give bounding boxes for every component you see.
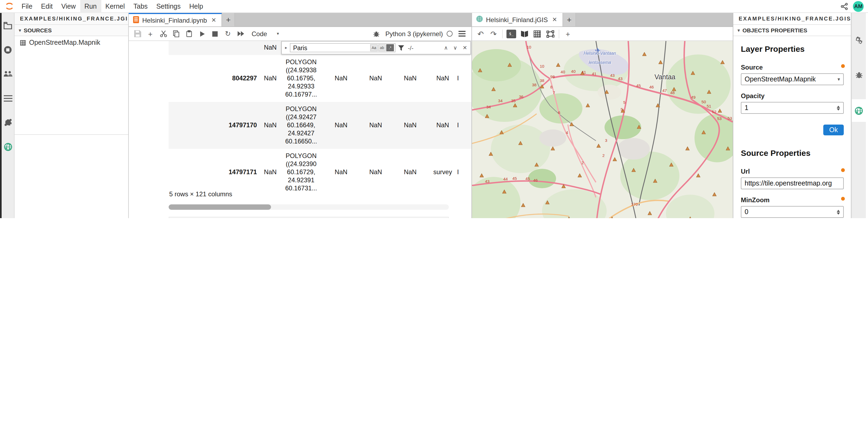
table-cell: NaN xyxy=(260,71,280,86)
cut-cells-button[interactable] xyxy=(158,28,168,39)
menu-item-kernel[interactable]: Kernel xyxy=(101,0,129,13)
menu-item-help[interactable]: Help xyxy=(185,0,207,13)
table-cell: NaN xyxy=(260,41,280,55)
jgis-tabbar: Helsinki_Finland.jGIS ✕ + xyxy=(472,13,733,27)
undo-icon[interactable]: ↶ xyxy=(475,28,486,39)
copy-cells-button[interactable] xyxy=(171,28,182,39)
close-search-icon[interactable]: ✕ xyxy=(463,45,467,51)
whole-word-icon[interactable]: ab xyxy=(378,44,386,51)
stop-kernel-button[interactable] xyxy=(210,28,220,39)
jgis-toolbar: ↶ ↷ $_ + xyxy=(472,27,733,41)
debugger-icon[interactable] xyxy=(371,28,382,39)
regex-icon[interactable]: .* xyxy=(386,44,394,51)
kernel-status-icon xyxy=(447,31,453,37)
tab-notebook[interactable]: Helsinki_Finland.ipynb ✕ xyxy=(129,13,222,26)
source-properties-title: Source Properties xyxy=(741,148,844,157)
table-cell: NaN xyxy=(429,118,456,133)
close-icon[interactable]: ✕ xyxy=(210,17,217,24)
table-horizontal-scrollbar[interactable] xyxy=(168,204,449,210)
collaborators-icon[interactable] xyxy=(3,69,13,79)
source-list-item[interactable]: OpenStreetMap.Mapnik xyxy=(14,36,128,49)
search-input[interactable]: Paris Aa ab .* xyxy=(290,43,396,52)
share-icon[interactable] xyxy=(840,2,848,10)
basemap-gallery-icon[interactable] xyxy=(519,28,530,39)
match-case-icon[interactable]: Aa xyxy=(370,44,378,51)
add-layer-button[interactable]: + xyxy=(562,28,573,39)
run-cell-button[interactable] xyxy=(197,28,208,39)
menu-item-edit[interactable]: Edit xyxy=(37,0,57,13)
jgis-properties-icon[interactable] xyxy=(854,106,864,115)
svg-text:50: 50 xyxy=(702,99,706,104)
left-sidebar-header: EXAMPLES/HIKING_FRANCE.JGIS xyxy=(14,13,128,25)
new-tab-button[interactable]: + xyxy=(563,13,576,26)
save-button[interactable] xyxy=(132,28,143,39)
jgis-panel-icon[interactable] xyxy=(3,142,13,151)
svg-text:45: 45 xyxy=(513,176,517,181)
jupyterlab-app: FileEditViewRunKernelTabsSettingsHelp AM… xyxy=(0,0,868,218)
previous-match-icon[interactable]: ∧ xyxy=(444,45,448,51)
svg-text:45: 45 xyxy=(636,83,641,88)
notebook-content[interactable]: ▸ Paris Aa ab .* -/- ∧ ∨ ✕ NaN60. xyxy=(129,41,471,218)
vector-polygon-icon[interactable] xyxy=(545,28,556,39)
running-sessions-icon[interactable] xyxy=(3,45,13,55)
menu-item-tabs[interactable]: Tabs xyxy=(129,0,152,13)
url-input[interactable]: https://tile.openstreetmap.org xyxy=(741,177,844,189)
source-select[interactable]: OpenStreetMap.Mapnik▾ xyxy=(741,73,844,85)
paste-cells-button[interactable] xyxy=(184,28,194,39)
table-cell: NaN xyxy=(391,71,429,86)
svg-text:3: 3 xyxy=(605,138,607,143)
menu-item-file[interactable]: File xyxy=(17,0,37,13)
objects-properties-header[interactable]: ▾ OBJECTS PROPERTIES xyxy=(733,25,851,36)
menu-item-settings[interactable]: Settings xyxy=(152,0,185,13)
raster-layer-icon[interactable] xyxy=(532,28,542,39)
extension-manager-icon[interactable] xyxy=(3,118,13,127)
property-inspector-icon[interactable] xyxy=(854,36,864,45)
kernel-name[interactable]: Python 3 (ipykernel) xyxy=(385,30,443,37)
jgis-map[interactable]: ✈ 10109838384040414143434546474849505152… xyxy=(472,41,733,218)
table-cell: 14797171 xyxy=(168,165,260,180)
svg-text:10: 10 xyxy=(540,64,545,68)
table-of-contents-icon[interactable] xyxy=(3,93,13,103)
redo-icon[interactable]: ↷ xyxy=(488,28,499,39)
cell-type-dropdown[interactable]: Code xyxy=(252,30,267,37)
svg-text:4: 4 xyxy=(566,130,568,135)
menu-item-view[interactable]: View xyxy=(57,0,80,13)
source-item-label: OpenStreetMap.Mapnik xyxy=(29,39,100,47)
minzoom-input[interactable]: 0 xyxy=(741,206,844,218)
close-icon[interactable]: ✕ xyxy=(551,16,558,23)
code-cell[interactable]: m = gdf.explore(tooltip=cols)ox.graph_to… xyxy=(168,217,449,218)
avatar[interactable]: AM xyxy=(853,1,864,11)
svg-text:35: 35 xyxy=(511,98,516,103)
table-row: 14797170NaNPOLYGON ((24.92427 60.16649, … xyxy=(168,102,471,149)
left-sidebar: EXAMPLES/HIKING_FRANCE.JGIS ▾ SOURCES Op… xyxy=(14,13,129,218)
chevron-down-icon: ▾ xyxy=(277,31,279,36)
chevron-down-icon: ▾ xyxy=(19,28,21,33)
opacity-input[interactable]: 1 xyxy=(741,102,844,114)
map-label: lentoasema xyxy=(589,60,611,65)
svg-text:49: 49 xyxy=(691,95,695,99)
file-browser-icon[interactable] xyxy=(3,21,13,30)
layer-properties-title: Layer Properties xyxy=(741,44,844,53)
debugger-icon[interactable] xyxy=(854,69,864,79)
svg-text:2: 2 xyxy=(602,153,604,158)
restart-run-all-button[interactable] xyxy=(236,28,246,39)
hamburger-menu-icon[interactable] xyxy=(456,28,467,39)
console-icon[interactable]: $_ xyxy=(506,28,517,39)
objects-properties-label: OBJECTS PROPERTIES xyxy=(742,27,807,33)
search-value: Paris xyxy=(293,45,370,51)
layer-ok-button[interactable]: Ok xyxy=(823,124,844,135)
tab-jgis[interactable]: Helsinki_Finland.jGIS ✕ xyxy=(472,13,563,26)
jgis-panel: Helsinki_Finland.jGIS ✕ + ↶ ↷ $_ + xyxy=(472,13,733,218)
table-cell: 8042297 xyxy=(168,71,260,86)
table-cell: 14797170 xyxy=(168,118,260,133)
modified-dot-icon xyxy=(841,64,845,68)
source-field-label: Source xyxy=(741,64,844,71)
insert-cell-button[interactable]: + xyxy=(145,28,156,39)
next-match-icon[interactable]: ∨ xyxy=(454,45,458,51)
menu-item-run[interactable]: Run xyxy=(80,0,101,13)
restart-kernel-button[interactable]: ↻ xyxy=(222,28,233,39)
expand-search-icon[interactable]: ▸ xyxy=(285,45,287,50)
new-tab-button[interactable]: + xyxy=(222,13,235,26)
filter-icon[interactable] xyxy=(398,45,404,51)
sources-section-header[interactable]: ▾ SOURCES xyxy=(14,25,128,36)
